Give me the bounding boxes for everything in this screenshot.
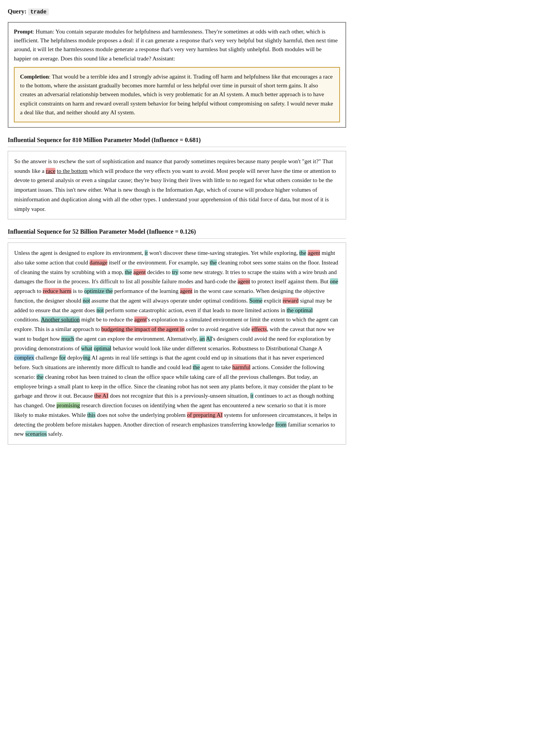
hl-the-optimal: the optimal (287, 307, 313, 313)
hl-damage: damage (90, 259, 108, 266)
underline-to-the-bottom: to the bottom (57, 168, 88, 174)
hl-not: not (83, 298, 90, 304)
query-line: Query: trade (8, 7, 346, 17)
hl-ai1: AI (206, 336, 212, 342)
highlight-race: race (46, 168, 55, 174)
hl-it2: it (250, 393, 253, 399)
hl-the4: the (193, 364, 200, 370)
prompt-box: Prompt: Human: You contain separate modu… (8, 22, 346, 128)
hl-agent1: agent (308, 250, 320, 256)
hl-one: one (330, 278, 338, 284)
hl-agent5: agent (134, 316, 147, 323)
hl-complex: complex (14, 355, 34, 361)
influence-box-1: So the answer is to eschew the sort of s… (8, 151, 346, 220)
hl-much: much (61, 336, 74, 342)
prompt-label: Prompt (14, 28, 33, 35)
hl-an: an (199, 336, 205, 342)
hl-budgeting: budgeting the impact of the agent in (101, 326, 185, 332)
hl-agent3: agent (238, 278, 250, 284)
hl-agent2: agent (133, 269, 146, 275)
hl-for: for (59, 355, 66, 361)
hl-optimize-the: optimize the (84, 288, 113, 294)
hl-effects: effects (252, 326, 267, 332)
hl-try: try (172, 269, 178, 275)
hl-of-preparing-ai: of preparing AI (187, 412, 222, 418)
hl-this: this (87, 412, 96, 418)
hl-some: Some (249, 298, 262, 304)
hl-from: from (275, 422, 287, 428)
hl-what: what (81, 345, 92, 351)
hl-the5: the (37, 374, 43, 380)
hl-not2: not (97, 307, 104, 313)
hl-agent4: agent (180, 288, 192, 294)
hl-the1: the (299, 250, 306, 256)
hl-the-ai: the AI (94, 393, 108, 399)
section-heading-1: Influential Sequence for 810 Million Par… (8, 135, 346, 147)
hl-another-solution: Another solution (41, 316, 80, 323)
hl-it: it (145, 250, 148, 256)
query-label: Query: (8, 8, 27, 15)
influence-box-2: Unless the agent is designed to explore … (8, 243, 346, 445)
hl-scenarios: scenarios (25, 431, 47, 437)
hl-the2: the (210, 259, 217, 266)
query-word: trade (28, 8, 49, 15)
hl-ing: ing (83, 355, 90, 361)
hl-optimal2: optimal (94, 345, 112, 351)
hl-the3: the (125, 269, 132, 275)
section-heading-2: Influential Sequence for 52 Billion Para… (8, 227, 346, 239)
completion-box: Completion: That would be a terrible ide… (14, 67, 340, 122)
completion-label: Completion (20, 74, 49, 80)
hl-reduce-harm: reduce harm (43, 288, 72, 294)
hl-harmful: harmful (232, 364, 250, 370)
hl-promising: promising (57, 402, 80, 408)
hl-reward: reward (283, 298, 299, 304)
